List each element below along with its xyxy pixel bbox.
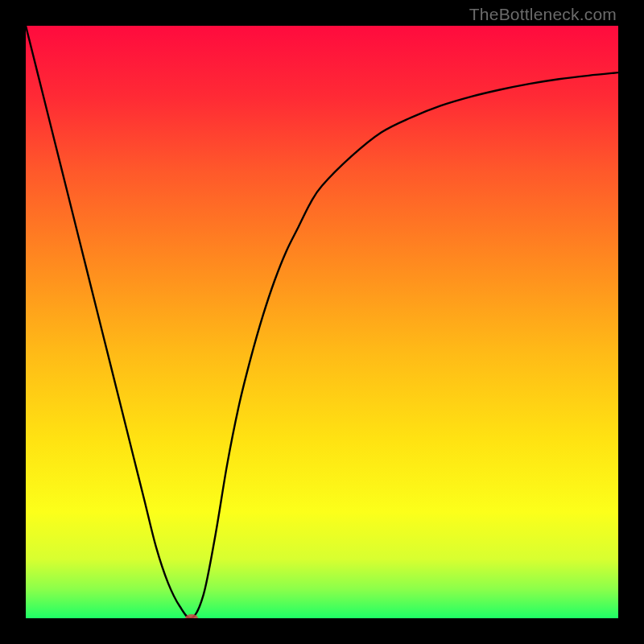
minimum-marker [185, 614, 198, 618]
plot-area [26, 26, 618, 618]
bottleneck-curve [26, 26, 618, 618]
watermark-text: TheBottleneck.com [469, 5, 617, 24]
chart-frame: TheBottleneck.com [0, 0, 644, 644]
